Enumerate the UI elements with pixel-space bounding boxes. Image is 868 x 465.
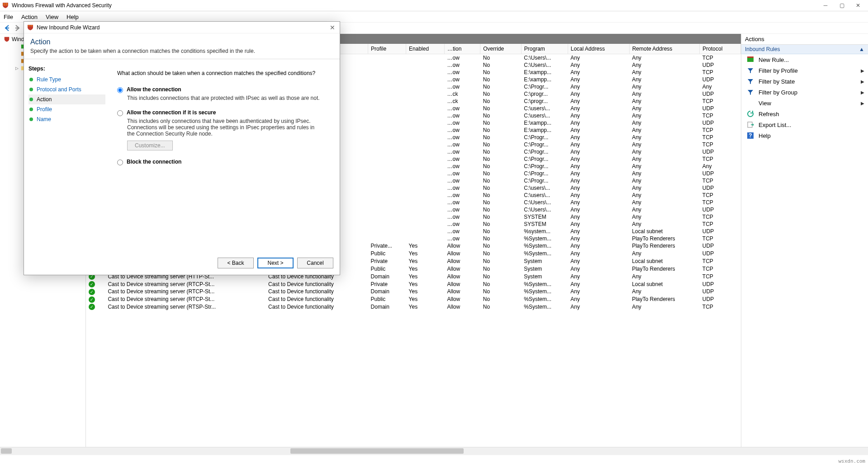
svg-rect-0 xyxy=(3,3,5,4)
option-title: Allow the connection xyxy=(127,86,181,93)
column-header[interactable]: Program xyxy=(521,44,568,54)
option-title: Allow the connection if it is secure xyxy=(127,109,216,116)
new-rule-icon xyxy=(747,56,754,63)
nav-back-icon[interactable] xyxy=(3,23,12,33)
menu-file[interactable]: File xyxy=(4,14,13,20)
wizard-steps-title: Steps: xyxy=(28,66,105,72)
blank-icon xyxy=(747,99,754,107)
action-filter-by-profile[interactable]: Filter by Profile▶ xyxy=(741,65,868,76)
actions-subheader: Inbound Rules ▲ xyxy=(741,45,868,54)
wizard-step-rule-type[interactable]: Rule Type xyxy=(28,75,105,85)
wizard-step-label: Profile xyxy=(37,106,52,113)
action-export-list[interactable]: Export List... xyxy=(741,119,868,130)
action-view[interactable]: View▶ xyxy=(741,98,868,108)
step-dot-icon xyxy=(29,108,33,111)
tree-hscroll-thumb[interactable] xyxy=(1,448,12,454)
wizard-separator xyxy=(24,59,340,59)
wizard-step-profile[interactable]: Profile xyxy=(28,104,105,114)
filter-icon xyxy=(747,67,754,74)
actions-header: Actions xyxy=(741,34,868,45)
step-dot-icon xyxy=(29,78,33,81)
wizard-step-action[interactable]: Action xyxy=(28,94,105,104)
actions-pane: Actions Inbound Rules ▲ New Rule...Filte… xyxy=(741,34,868,447)
wizard-step-label: Protocol and Ports xyxy=(37,86,81,93)
refresh-icon xyxy=(747,110,754,117)
submenu-arrow-icon: ▶ xyxy=(861,79,864,84)
column-header[interactable]: …tion xyxy=(444,44,480,54)
table-row[interactable]: ✓Cast to Device streaming server (RTSP-S… xyxy=(86,303,741,311)
step-dot-icon xyxy=(29,98,33,101)
horizontal-scrollbars xyxy=(0,447,868,455)
wizard-step-protocol-and-ports[interactable]: Protocol and Ports xyxy=(28,85,105,94)
table-row[interactable]: ✓Cast to Device streaming server (RTCP-S… xyxy=(86,296,741,303)
action-filter-by-state[interactable]: Filter by State▶ xyxy=(741,76,868,87)
tree-expand-icon[interactable]: ▷ xyxy=(14,66,19,70)
option-radio[interactable] xyxy=(117,110,123,116)
firewall-shield-icon xyxy=(2,2,9,9)
svg-rect-13 xyxy=(28,25,30,26)
collapse-up-icon[interactable]: ▲ xyxy=(859,46,864,52)
filter-icon xyxy=(747,78,754,85)
new-inbound-rule-wizard: New Inbound Rule Wizard ✕ Action Specify… xyxy=(24,21,340,275)
svg-rect-2 xyxy=(3,5,5,5)
column-header[interactable]: Remote Address xyxy=(629,44,700,54)
submenu-arrow-icon: ▶ xyxy=(861,101,864,106)
option-radio[interactable] xyxy=(117,160,123,165)
rule-enabled-icon: ✓ xyxy=(89,304,95,310)
wizard-close-icon[interactable]: ✕ xyxy=(328,24,337,31)
wizard-option: Allow the connectionThis includes connec… xyxy=(117,86,328,101)
wizard-step-name[interactable]: Name xyxy=(28,114,105,124)
wizard-description: Specify the action to be taken when a co… xyxy=(24,48,340,59)
nav-forward-icon[interactable] xyxy=(13,23,22,33)
rule-enabled-icon: ✓ xyxy=(89,296,95,303)
menu-view[interactable]: View xyxy=(46,14,58,20)
table-row[interactable]: ✓Cast to Device streaming server (RTCP-S… xyxy=(86,288,741,296)
help-icon: ? xyxy=(747,132,754,139)
step-dot-icon xyxy=(29,88,33,91)
option-title: Block the connection xyxy=(127,159,181,165)
svg-rect-14 xyxy=(30,25,33,26)
column-header[interactable]: Profile xyxy=(368,44,406,54)
rule-enabled-icon: ✓ xyxy=(89,281,95,287)
filter-icon xyxy=(747,89,754,96)
wizard-step-label: Action xyxy=(37,96,52,103)
wizard-option: Block the connection xyxy=(117,159,328,165)
wizard-title-text: New Inbound Rule Wizard xyxy=(37,24,100,31)
svg-rect-8 xyxy=(747,58,754,62)
action-label: Export List... xyxy=(759,122,791,128)
action-help[interactable]: ?Help xyxy=(741,130,868,141)
cancel-button[interactable]: Cancel xyxy=(297,258,333,268)
action-label: Refresh xyxy=(759,111,779,117)
menu-help[interactable]: Help xyxy=(66,14,79,20)
rules-hscroll-thumb[interactable] xyxy=(290,448,464,454)
column-header[interactable]: Enabled xyxy=(406,44,445,54)
option-radio[interactable] xyxy=(117,87,123,93)
maximize-button[interactable]: ▢ xyxy=(834,0,850,11)
next-button[interactable]: Next > xyxy=(257,258,294,268)
close-button[interactable]: ✕ xyxy=(850,0,866,11)
table-row[interactable]: ✓Cast to Device streaming server (RTCP-S… xyxy=(86,280,741,288)
option-radio-label[interactable]: Allow the connection if it is secure xyxy=(117,109,328,116)
action-refresh[interactable]: Refresh xyxy=(741,108,868,119)
column-header[interactable]: Override xyxy=(480,44,522,54)
wizard-footer: < Back Next > Cancel xyxy=(24,253,340,275)
option-radio-label[interactable]: Block the connection xyxy=(117,159,328,165)
option-radio-label[interactable]: Allow the connection xyxy=(117,86,328,93)
svg-rect-3 xyxy=(6,5,8,5)
actions-subheader-label: Inbound Rules xyxy=(745,46,780,52)
action-label: Filter by Group xyxy=(759,89,797,96)
column-header[interactable]: Local Address xyxy=(568,44,629,54)
customize-button: Customize... xyxy=(127,141,173,150)
export-icon xyxy=(747,121,754,128)
wizard-steps-nav: Steps: Rule TypeProtocol and PortsAction… xyxy=(24,62,110,253)
column-header[interactable]: Protocol xyxy=(700,44,741,54)
action-new-rule[interactable]: New Rule... xyxy=(741,54,868,65)
svg-rect-1 xyxy=(5,3,8,4)
wizard-titlebar: New Inbound Rule Wizard ✕ xyxy=(24,22,340,33)
watermark: wsxdn.com xyxy=(838,458,865,464)
wizard-step-label: Name xyxy=(37,116,51,122)
menu-action[interactable]: Action xyxy=(21,14,38,20)
minimize-button[interactable]: ─ xyxy=(817,0,834,11)
action-filter-by-group[interactable]: Filter by Group▶ xyxy=(741,87,868,98)
back-button[interactable]: < Back xyxy=(218,258,254,268)
